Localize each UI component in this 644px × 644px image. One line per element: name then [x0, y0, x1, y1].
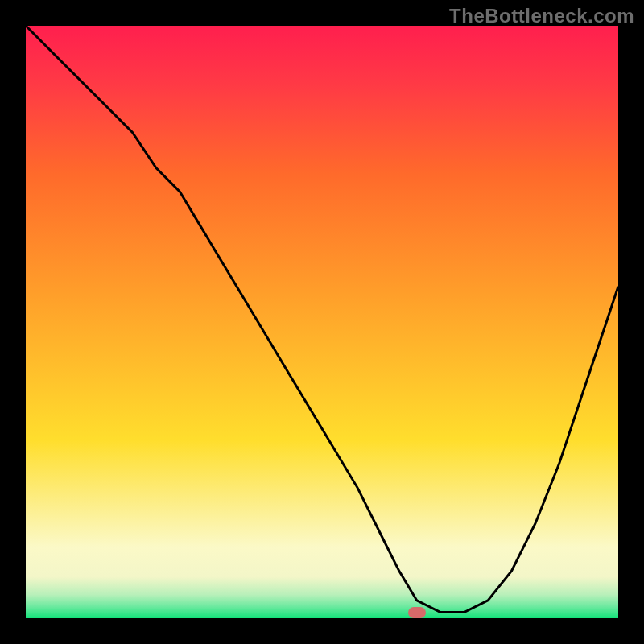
plot-svg — [26, 26, 618, 618]
watermark-text: TheBottleneck.com — [449, 5, 634, 27]
optimal-marker — [408, 607, 426, 618]
chart-stage: TheBottleneck.com — [0, 0, 644, 644]
plot-area — [26, 26, 618, 618]
